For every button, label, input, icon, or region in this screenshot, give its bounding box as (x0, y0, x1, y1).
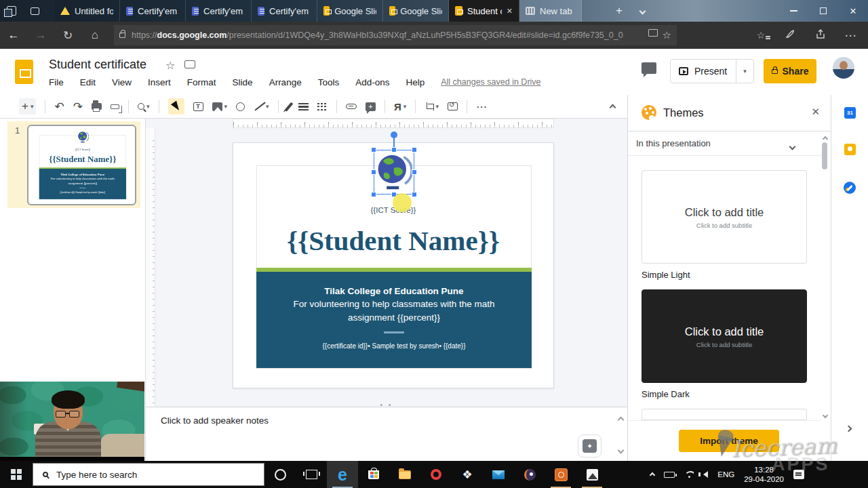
resize-handle-se[interactable] (412, 192, 417, 197)
tab-certifyem-1[interactable]: Certify'em - H (120, 0, 186, 22)
window-minimize-button[interactable] (778, 0, 808, 22)
taskbar-clock[interactable]: 13:28 29-04-2020 (744, 465, 784, 484)
reading-view-icon[interactable] (648, 29, 658, 37)
new-slide-button[interactable]: + (22, 100, 28, 113)
screen-recorder-button[interactable] (545, 461, 576, 488)
forward-button[interactable]: → (27, 28, 54, 42)
menu-insert[interactable]: Insert (148, 77, 171, 87)
tab-new-tab[interactable]: New tab (519, 0, 582, 22)
undo-button[interactable]: ↶ (54, 100, 64, 114)
dropbox-button[interactable]: ❖ (452, 461, 483, 488)
tab-list-chevron[interactable] (631, 0, 654, 22)
notes-scroll-up[interactable] (618, 413, 623, 425)
star-document-icon[interactable]: ☆ (165, 59, 175, 72)
share-page-icon[interactable] (807, 28, 834, 43)
themes-scrollbar[interactable] (822, 142, 827, 169)
border-dash-button[interactable] (317, 103, 328, 110)
border-weight-button[interactable] (298, 103, 309, 110)
resize-handle-ne[interactable] (412, 147, 417, 152)
tab-preview-icon[interactable] (0, 0, 23, 22)
border-color-button[interactable] (288, 102, 290, 112)
resize-handle-e[interactable] (412, 169, 417, 175)
replace-image-button[interactable]: Я▾ (394, 101, 406, 113)
tab-certifyem-2[interactable]: Certify'em - C (186, 0, 252, 22)
google-calendar-icon[interactable]: 31 (844, 107, 856, 119)
menu-addons[interactable]: Add-ons (355, 77, 389, 87)
wifi-icon[interactable] (684, 471, 694, 478)
menu-edit[interactable]: Edit (80, 77, 96, 87)
in-this-presentation-dropdown[interactable]: In this presentation (628, 131, 822, 156)
zoom-button[interactable]: ▾ (138, 103, 150, 110)
print-button[interactable] (92, 103, 102, 110)
back-button[interactable]: ← (0, 28, 27, 42)
menu-format[interactable]: Format (187, 77, 216, 87)
save-status-link[interactable]: All changes saved in Drive (441, 77, 540, 87)
explore-button[interactable]: ✦ (578, 434, 601, 458)
refresh-button[interactable]: ↻ (54, 28, 81, 43)
menu-arrange[interactable]: Arrange (269, 77, 302, 87)
add-comment-button[interactable]: + (366, 102, 376, 111)
firefox-focus-button[interactable] (514, 461, 545, 488)
resize-handle-nw[interactable] (371, 147, 376, 152)
task-view-button[interactable] (296, 461, 327, 488)
settings-more-icon[interactable]: ⋯ (837, 28, 864, 43)
language-indicator[interactable]: ENG (717, 470, 734, 479)
tab-google-slides-2[interactable]: Google Slides (383, 0, 449, 22)
google-tasks-icon[interactable] (844, 182, 856, 194)
action-center-icon[interactable] (793, 470, 804, 479)
hide-side-panel-chevron[interactable] (846, 422, 851, 434)
insert-image-button[interactable]: ▾ (212, 102, 228, 111)
insert-link-button[interactable] (346, 104, 357, 109)
tab-student-certificate-active[interactable]: Student c ✕ (449, 0, 519, 22)
mail-button[interactable] (483, 461, 514, 488)
speaker-notes-placeholder[interactable]: Click to add speaker notes (161, 415, 269, 426)
menu-file[interactable]: File (49, 77, 64, 87)
account-avatar[interactable] (833, 57, 854, 79)
tray-show-hidden-icons[interactable] (650, 470, 654, 479)
volume-icon[interactable] (703, 471, 708, 478)
open-comments-icon[interactable] (642, 62, 656, 74)
insert-shape-button[interactable] (236, 102, 245, 111)
window-restore-button[interactable] (808, 0, 838, 22)
certificate-body-box[interactable]: Tilak College of Education Pune For volu… (256, 272, 532, 368)
taskbar-search-box[interactable]: Type here to search (33, 463, 264, 486)
opera-button[interactable] (420, 461, 452, 488)
select-tool-button[interactable] (168, 98, 184, 115)
menu-help[interactable]: Help (406, 77, 425, 87)
battery-icon[interactable] (664, 472, 675, 478)
window-close-button[interactable]: ✕ (838, 0, 868, 22)
more-toolbar-options[interactable]: ⋯ (476, 100, 487, 113)
menu-slide[interactable]: Slide (233, 77, 253, 87)
start-button[interactable] (0, 469, 33, 480)
speaker-notes-panel[interactable]: Click to add speaker notes ✦ (146, 407, 627, 461)
slide-editor[interactable]: {{ICT Score}} {{Student Name}} Tilak Col… (233, 142, 554, 388)
text-box-button[interactable]: T (193, 102, 203, 111)
document-title[interactable]: Student certificate (49, 58, 146, 72)
student-name-title[interactable]: {{Student Name}} (233, 224, 553, 257)
microsoft-store-button[interactable] (358, 461, 389, 488)
home-button[interactable]: ⌂ (81, 28, 108, 42)
reset-image-button[interactable] (448, 102, 458, 110)
theme-card-partial[interactable] (642, 409, 807, 420)
redo-button[interactable]: ↷ (73, 100, 83, 114)
themes-scroll-down[interactable] (823, 408, 827, 420)
tab-untitled-form[interactable]: Untitled form (54, 0, 120, 22)
menu-view[interactable]: View (112, 77, 132, 87)
tab-certifyem-3[interactable]: Certify'em - C (252, 0, 317, 22)
move-to-folder-icon[interactable] (184, 60, 195, 68)
google-slides-logo[interactable] (15, 60, 33, 84)
close-themes-panel-icon[interactable]: ✕ (811, 106, 820, 118)
import-theme-button[interactable]: Import theme (679, 430, 779, 452)
share-button[interactable]: Share (764, 59, 816, 83)
theme-simple-dark[interactable]: Click to add title Click to add subtitle (642, 289, 807, 383)
cortana-button[interactable] (264, 461, 296, 488)
url-input[interactable]: https://docs.google.com/presentation/d/1… (114, 25, 677, 45)
theme-simple-light[interactable]: Click to add title Click to add subtitle (642, 170, 807, 264)
add-favorite-star-icon[interactable]: ☆ (663, 29, 671, 41)
new-slide-dropdown[interactable]: ▾ (31, 103, 34, 110)
favorites-hub-icon[interactable]: ☆ (747, 28, 774, 42)
slide-thumbnail[interactable]: {{ICT Score}} {{Student Name}} Tilak Col… (27, 125, 136, 205)
hide-menus-chevron[interactable] (610, 100, 615, 113)
edge-taskbar-button[interactable]: e (327, 461, 358, 488)
resize-handle-sw[interactable] (371, 192, 376, 197)
